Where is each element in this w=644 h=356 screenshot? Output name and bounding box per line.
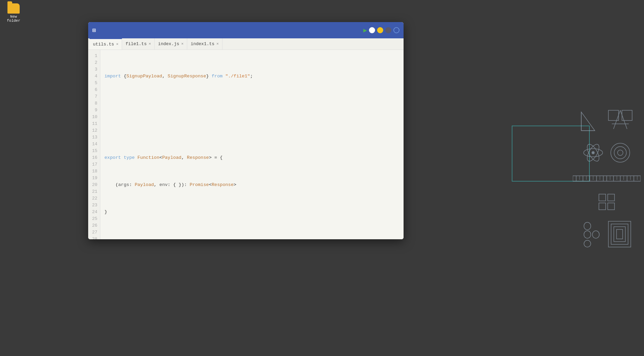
svg-point-13 <box>614 147 626 159</box>
tab-close-file1[interactable]: ✕ <box>149 42 151 46</box>
svg-rect-45 <box>614 227 625 242</box>
ln-14: 14 <box>88 141 100 148</box>
svg-rect-37 <box>599 203 606 210</box>
ln-27: 27 <box>88 229 100 236</box>
svg-point-42 <box>584 240 591 247</box>
tab-index-js[interactable]: index.js ✕ <box>155 38 187 50</box>
ln-19: 19 <box>88 175 100 182</box>
tab-index1-ts[interactable]: index1.ts ✕ <box>187 38 222 50</box>
tab-label: file1.ts <box>125 41 147 46</box>
window-controls: ▶ <box>363 26 399 34</box>
tab-close-index[interactable]: ✕ <box>181 42 184 46</box>
ln-24: 24 <box>88 209 100 216</box>
ln-8: 8 <box>88 100 100 107</box>
code-line-6: } <box>104 209 404 216</box>
ln-12: 12 <box>88 127 100 134</box>
ln-5: 5 <box>88 80 100 87</box>
desktop-folder[interactable]: New folder <box>3 3 24 23</box>
title-bar: ⊞ ▶ <box>88 22 404 38</box>
ln-15: 15 <box>88 148 100 154</box>
ln-21: 21 <box>88 188 100 195</box>
tab-utils-ts[interactable]: utils.ts ✕ <box>90 38 122 50</box>
folder-label: New folder <box>3 15 24 23</box>
play-button[interactable]: ▶ <box>363 26 367 34</box>
grid-deco-icon <box>598 193 615 210</box>
deco-row-5 <box>582 221 631 248</box>
ln-2: 2 <box>88 59 100 66</box>
code-line-7 <box>104 236 404 239</box>
svg-rect-35 <box>599 194 606 201</box>
svg-line-4 <box>620 110 627 129</box>
svg-rect-36 <box>608 194 614 201</box>
svg-rect-40 <box>584 231 591 238</box>
code-line-1: import {SignupPayload, SignupResponse} f… <box>104 73 404 80</box>
ln-20: 20 <box>88 182 100 188</box>
code-line-3 <box>104 127 404 134</box>
deco-row-1 <box>580 109 634 132</box>
code-line-4: export type Function<Payload, Response> … <box>104 154 404 161</box>
svg-line-3 <box>613 110 620 129</box>
code-content[interactable]: import {SignupPayload, SignupResponse} f… <box>100 50 404 239</box>
ln-7: 7 <box>88 93 100 100</box>
ln-1: 1 <box>88 53 100 59</box>
code-line-2 <box>104 100 404 107</box>
ruler-icon <box>573 173 641 183</box>
nested-rects-icon <box>608 221 631 248</box>
ln-13: 13 <box>88 134 100 141</box>
ln-18: 18 <box>88 168 100 175</box>
ln-23: 23 <box>88 202 100 209</box>
grid-menu-icon[interactable]: ⊞ <box>92 26 96 34</box>
ln-25: 25 <box>88 216 100 222</box>
svg-point-14 <box>618 150 623 155</box>
ln-26: 26 <box>88 222 100 229</box>
component-icon <box>582 221 601 248</box>
deco-row-3 <box>573 173 641 183</box>
tab-label: index.js <box>158 41 179 46</box>
ln-11: 11 <box>88 120 100 127</box>
code-area[interactable]: 1 2 3 4 5 6 7 8 9 10 11 12 13 14 15 16 1… <box>88 50 404 239</box>
decorative-panel <box>569 0 644 356</box>
window-btn-white[interactable] <box>369 27 375 33</box>
deco-row-4 <box>598 193 615 210</box>
tab-close-index1[interactable]: ✕ <box>216 42 219 46</box>
svg-rect-39 <box>584 222 591 230</box>
tab-label: utils.ts <box>93 42 114 47</box>
tab-close-utils[interactable]: ✕ <box>116 42 118 46</box>
ln-22: 22 <box>88 195 100 202</box>
ln-10: 10 <box>88 114 100 120</box>
window-btn-add[interactable] <box>393 27 399 33</box>
atom-icon <box>583 143 603 163</box>
ln-16: 16 <box>88 154 100 161</box>
folder-icon <box>7 3 20 14</box>
code-line-5: (args: Payload, env: { }): Promise<Respo… <box>104 182 404 188</box>
svg-marker-0 <box>581 112 595 131</box>
svg-rect-46 <box>617 229 623 239</box>
line-numbers: 1 2 3 4 5 6 7 8 9 10 11 12 13 14 15 16 1… <box>88 50 100 239</box>
triangle-ruler-icon <box>580 109 600 132</box>
svg-rect-43 <box>608 221 631 247</box>
ln-3: 3 <box>88 66 100 73</box>
ln-28: 28 <box>88 236 100 239</box>
window-btn-dark[interactable] <box>385 27 391 33</box>
svg-point-12 <box>611 143 630 162</box>
compass-icon <box>607 109 634 132</box>
tab-label: index1.ts <box>191 41 214 46</box>
target-icon <box>610 143 630 163</box>
ln-17: 17 <box>88 161 100 168</box>
deco-row-2 <box>583 143 630 163</box>
svg-point-11 <box>592 151 594 154</box>
tabs-bar: utils.ts ✕ file1.ts ✕ index.js ✕ index1.… <box>88 38 404 50</box>
svg-rect-41 <box>592 231 599 238</box>
title-bar-left: ⊞ <box>92 26 96 34</box>
ln-4: 4 <box>88 73 100 80</box>
svg-rect-38 <box>608 203 614 210</box>
window-btn-yellow[interactable] <box>377 27 383 33</box>
ln-9: 9 <box>88 107 100 114</box>
tab-file1-ts[interactable]: file1.ts ✕ <box>122 38 155 50</box>
ln-6: 6 <box>88 87 100 93</box>
editor-window: ⊞ ▶ utils.ts ✕ file1.ts ✕ index.js ✕ ind… <box>88 22 404 239</box>
